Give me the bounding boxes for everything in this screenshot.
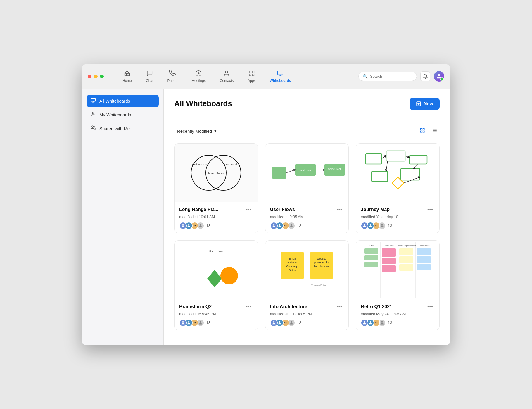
card-modified-long-range: modified at 10:01 AM <box>179 215 253 219</box>
contacts-icon <box>223 70 230 77</box>
svg-rect-84 <box>364 262 378 267</box>
all-whiteboards-icon <box>91 98 96 104</box>
nav-item-contacts[interactable]: Contacts <box>213 68 241 84</box>
svg-text:I will: I will <box>369 245 374 247</box>
svg-point-57 <box>220 267 238 284</box>
card-avatars-brainstorm: AY 13 <box>179 319 253 327</box>
svg-rect-5 <box>249 74 251 75</box>
avatar-count-journey-map: 13 <box>388 223 392 228</box>
nav-item-phone[interactable]: Phone <box>160 68 184 84</box>
card-menu-long-range[interactable]: ••• <box>244 206 253 213</box>
content-area: All Whiteboards New Recently Modified ▾ <box>164 89 450 345</box>
info-diagram: Email Marketing Campaign Dates Website p… <box>272 244 342 296</box>
nav-label-meetings: Meetings <box>191 79 206 83</box>
svg-point-40 <box>273 224 274 225</box>
card-name-user-flows: User Flows <box>270 207 295 212</box>
close-button[interactable] <box>88 75 91 78</box>
nav-label-contacts: Contacts <box>220 79 234 83</box>
view-buttons <box>417 126 440 136</box>
card-user-flows[interactable]: Welcome Select Task <box>265 143 349 233</box>
filter-button[interactable]: Recently Modified ▾ <box>174 127 220 135</box>
card-preview-long-range: Business Goals User Needs Project Priori… <box>175 144 258 202</box>
sidebar-item-all-whiteboards[interactable]: All Whiteboards <box>87 95 159 107</box>
avatar[interactable] <box>434 71 444 82</box>
svg-text:Project Priority: Project Priority <box>208 172 225 175</box>
svg-text:Thomas Editor: Thomas Editor <box>311 284 327 287</box>
svg-rect-87 <box>399 264 413 271</box>
card-info-brainstorm: Brainstorm Q2 ••• modified Tue 5:45 PM A <box>175 299 258 330</box>
card-avatars-info-arch: AY 13 <box>270 319 344 327</box>
card-menu-journey-map[interactable]: ••• <box>426 206 435 213</box>
brainstorm-diagram: User Flow <box>184 244 248 296</box>
svg-marker-47 <box>392 177 404 189</box>
svg-rect-43 <box>386 151 405 161</box>
avatar-1 <box>179 222 187 229</box>
new-button[interactable]: New <box>410 98 440 110</box>
svg-rect-42 <box>366 154 382 164</box>
svg-rect-81 <box>382 265 396 272</box>
traffic-lights <box>88 75 104 78</box>
card-modified-brainstorm: modified Tue 5:45 PM <box>179 312 253 316</box>
svg-rect-88 <box>417 248 431 255</box>
svg-line-38 <box>286 170 295 173</box>
card-name-info-arch: Info Architecture <box>270 304 307 309</box>
nav-item-meetings[interactable]: Meetings <box>184 68 213 84</box>
list-view-button[interactable] <box>430 126 440 136</box>
svg-line-49 <box>405 156 409 157</box>
nav-item-apps[interactable]: Apps <box>241 68 262 84</box>
svg-rect-3 <box>249 71 251 73</box>
card-preview-journey-map <box>356 144 439 202</box>
svg-point-70 <box>273 321 274 322</box>
search-input[interactable] <box>370 74 412 79</box>
svg-rect-85 <box>399 248 413 255</box>
svg-line-51 <box>414 164 418 168</box>
nav-label-apps: Apps <box>248 79 255 83</box>
card-menu-brainstorm[interactable]: ••• <box>244 303 253 310</box>
card-brainstorm[interactable]: User Flow Brainstorm Q2 ••• modified Tu <box>174 240 258 330</box>
grid-view-button[interactable] <box>417 126 427 136</box>
card-retro[interactable]: I will Didn't work Needs Improvement Fre… <box>356 240 440 330</box>
shared-icon <box>91 125 96 132</box>
avatar-1 <box>179 319 187 327</box>
card-journey-map[interactable]: Journey Map ••• modified Yesterday 10... <box>356 143 440 233</box>
card-menu-info-arch[interactable]: ••• <box>335 303 344 310</box>
apps-icon <box>248 70 255 77</box>
minimize-button[interactable] <box>94 75 98 78</box>
sidebar-label-my: My Whiteboards <box>99 112 131 117</box>
nav-item-chat[interactable]: Chat <box>139 68 160 84</box>
card-modified-retro: modified May 24 11:05 AM <box>361 312 435 316</box>
svg-point-15 <box>92 126 94 127</box>
svg-point-58 <box>182 321 184 322</box>
avatar-1 <box>270 222 278 229</box>
svg-rect-19 <box>420 128 422 130</box>
svg-rect-11 <box>91 98 96 101</box>
notification-button[interactable] <box>420 71 430 81</box>
sidebar-item-shared-with-me[interactable]: Shared with Me <box>87 122 159 135</box>
retro-diagram: I will Didn't work Needs Improvement Fre… <box>363 242 433 298</box>
card-menu-retro[interactable]: ••• <box>426 303 435 310</box>
chevron-down-icon: ▾ <box>214 128 217 134</box>
card-avatars-journey-map: AY 13 <box>361 222 435 229</box>
svg-rect-44 <box>410 155 427 164</box>
nav-item-home[interactable]: Home <box>115 68 139 84</box>
card-name-retro: Retro Q1 2021 <box>361 304 392 309</box>
search-icon: 🔍 <box>363 74 368 79</box>
avatar-count-retro: 13 <box>388 320 392 325</box>
svg-text:photography: photography <box>314 261 329 264</box>
card-long-range[interactable]: Business Goals User Needs Project Priori… <box>174 143 258 233</box>
page-title: All Whiteboards <box>174 99 232 108</box>
svg-point-31 <box>182 224 184 225</box>
sidebar-item-my-whiteboards[interactable]: My Whiteboards <box>87 108 159 121</box>
search-bar[interactable]: 🔍 <box>358 72 417 81</box>
card-info-arch[interactable]: Email Marketing Campaign Dates Website p… <box>265 240 349 330</box>
svg-rect-82 <box>364 248 378 254</box>
svg-point-59 <box>188 321 189 322</box>
nav-item-whiteboards[interactable]: Whiteboards <box>263 68 298 84</box>
maximize-button[interactable] <box>100 75 104 78</box>
card-modified-user-flows: modified at 9:35 AM <box>270 215 344 219</box>
content-header: All Whiteboards New <box>174 98 440 110</box>
meetings-icon <box>195 70 202 77</box>
card-modified-info-arch: modified Jun 17 4:05 PM <box>270 312 344 316</box>
filter-label: Recently Modified <box>177 129 212 134</box>
card-menu-user-flows[interactable]: ••• <box>335 206 344 213</box>
